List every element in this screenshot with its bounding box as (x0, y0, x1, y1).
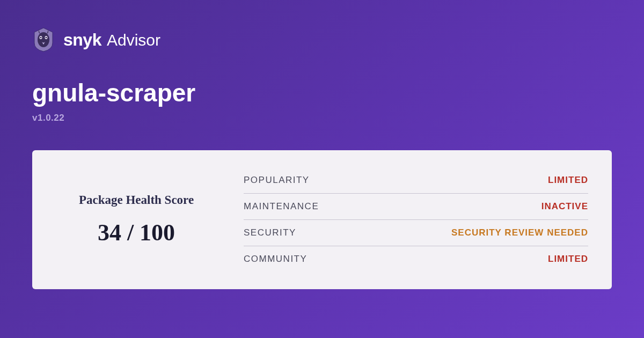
metric-row: POPULARITY LIMITED (244, 167, 588, 194)
metric-value: INACTIVE (541, 201, 588, 212)
brand-product: Advisor (107, 31, 160, 49)
score-section: Package Health Score 34 / 100 (56, 167, 217, 272)
svg-point-3 (40, 37, 42, 39)
metric-value: LIMITED (548, 175, 588, 186)
health-card: Package Health Score 34 / 100 POPULARITY… (32, 150, 612, 289)
brand: snyk Advisor (63, 30, 160, 50)
metric-label: MAINTENANCE (244, 201, 319, 212)
header: snyk Advisor (32, 27, 612, 53)
package-version: v1.0.22 (32, 113, 612, 123)
brand-name: snyk (63, 30, 101, 50)
metric-row: SECURITY SECURITY REVIEW NEEDED (244, 220, 588, 246)
metric-row: MAINTENANCE INACTIVE (244, 194, 588, 220)
svg-point-0 (38, 32, 49, 47)
metrics-list: POPULARITY LIMITED MAINTENANCE INACTIVE … (244, 167, 588, 272)
svg-point-4 (46, 37, 47, 39)
metric-label: SECURITY (244, 227, 296, 238)
package-name: gnula-scraper (32, 78, 612, 107)
score-value: 34 / 100 (98, 219, 175, 246)
metric-label: COMMUNITY (244, 254, 307, 264)
snyk-logo-icon (32, 27, 55, 53)
metric-row: COMMUNITY LIMITED (244, 246, 588, 272)
metric-label: POPULARITY (244, 175, 310, 186)
score-label: Package Health Score (79, 193, 194, 207)
metric-value: LIMITED (548, 254, 588, 264)
metric-value: SECURITY REVIEW NEEDED (451, 227, 588, 238)
